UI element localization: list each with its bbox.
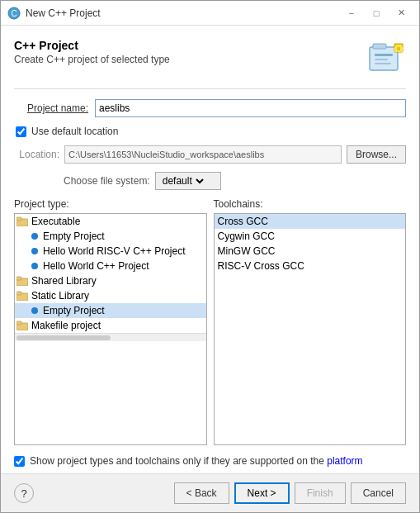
list-item[interactable]: Hello World C++ Project bbox=[15, 259, 206, 273]
scrollbar-row[interactable] bbox=[15, 333, 206, 341]
list-item-label: Hello World C++ Project bbox=[43, 260, 149, 272]
project-icon bbox=[366, 39, 406, 78]
list-item-label: Makefile project bbox=[31, 320, 101, 331]
location-row: Location: Browse... bbox=[14, 145, 406, 164]
folder-icon bbox=[17, 276, 28, 286]
type-toolchain-columns: Project type: Executable Empty Project H… bbox=[14, 198, 406, 445]
project-name-label: Project name: bbox=[14, 102, 88, 114]
header-text: C++ Project Create C++ project of select… bbox=[14, 39, 170, 65]
browse-button[interactable]: Browse... bbox=[347, 145, 406, 164]
svg-rect-5 bbox=[375, 59, 388, 60]
toolchains-column: Toolchains: Cross GCC Cygwin GCC MinGW G… bbox=[214, 198, 407, 445]
location-input[interactable] bbox=[64, 145, 342, 164]
main-content: C++ Project Create C++ project of select… bbox=[1, 26, 419, 473]
list-item-label: Empty Project bbox=[43, 230, 105, 242]
list-item-label: Static Library bbox=[31, 290, 89, 302]
project-type-column: Project type: Executable Empty Project H… bbox=[14, 198, 207, 445]
main-window: C New C++ Project − □ ✕ C++ Project Crea… bbox=[0, 0, 420, 513]
project-name-row: Project name: bbox=[14, 99, 406, 117]
show-supported-label: Show project types and toolchains only i… bbox=[30, 455, 363, 467]
list-item[interactable]: Cross GCC bbox=[215, 214, 406, 229]
list-item[interactable]: Executable bbox=[15, 214, 206, 229]
list-item-label: MinGW GCC bbox=[218, 245, 276, 257]
filesystem-row: Choose file system: default bbox=[64, 172, 406, 190]
list-item[interactable]: MinGW GCC bbox=[215, 244, 406, 259]
bullet-icon bbox=[31, 263, 38, 269]
svg-rect-6 bbox=[375, 63, 391, 64]
dialog-header: C++ Project Create C++ project of select… bbox=[14, 39, 406, 78]
svg-rect-12 bbox=[17, 217, 21, 221]
toolchains-header: Toolchains: bbox=[214, 198, 407, 210]
cancel-button[interactable]: Cancel bbox=[351, 482, 406, 504]
list-item[interactable]: RISC-V Cross GCC bbox=[215, 259, 406, 273]
dialog-subtitle: Create C++ project of selected type bbox=[14, 54, 170, 65]
project-name-input[interactable] bbox=[95, 99, 406, 117]
close-button[interactable]: ✕ bbox=[389, 4, 413, 22]
folder-icon bbox=[17, 216, 28, 226]
maximize-button[interactable]: □ bbox=[365, 4, 388, 22]
dialog-footer: ? < Back Next > Finish Cancel bbox=[1, 473, 419, 512]
header-icon bbox=[366, 39, 406, 78]
filesystem-select[interactable]: default bbox=[159, 174, 206, 188]
footer-left: ? bbox=[14, 483, 34, 503]
title-bar: C New C++ Project − □ ✕ bbox=[1, 1, 419, 26]
svg-text:C: C bbox=[11, 9, 17, 18]
use-default-location-row: Use default location bbox=[16, 126, 406, 137]
dialog-title: C++ Project bbox=[14, 39, 170, 52]
toolchains-list[interactable]: Cross GCC Cygwin GCC MinGW GCC RISC-V Cr… bbox=[214, 213, 407, 445]
list-item-label: Hello World RISC-V C++ Project bbox=[43, 245, 186, 257]
list-item[interactable]: Static Library bbox=[15, 288, 206, 303]
list-item[interactable]: Cygwin GCC bbox=[215, 229, 406, 244]
filesystem-label: Choose file system: bbox=[64, 175, 150, 187]
bottom-checkbox-row: Show project types and toolchains only i… bbox=[14, 455, 406, 467]
list-item-label: Cross GCC bbox=[218, 216, 268, 227]
title-bar-left: C New C++ Project bbox=[7, 7, 101, 20]
scrollbar-thumb bbox=[17, 335, 111, 340]
finish-button[interactable]: Finish bbox=[295, 482, 346, 504]
svg-rect-4 bbox=[375, 54, 393, 56]
list-item[interactable]: Empty Project bbox=[15, 303, 206, 318]
title-bar-controls: − □ ✕ bbox=[340, 4, 413, 22]
folder-icon bbox=[17, 291, 28, 301]
list-item[interactable]: Hello World RISC-V C++ Project bbox=[15, 244, 206, 259]
footer-buttons: < Back Next > Finish Cancel bbox=[174, 482, 406, 504]
svg-rect-16 bbox=[17, 292, 21, 295]
back-button[interactable]: < Back bbox=[174, 482, 229, 504]
list-item-label: Shared Library bbox=[31, 275, 97, 287]
window-title: New C++ Project bbox=[26, 7, 101, 19]
show-supported-checkbox[interactable] bbox=[14, 456, 25, 467]
svg-rect-18 bbox=[17, 321, 21, 325]
project-type-list[interactable]: Executable Empty Project Hello World RIS… bbox=[14, 213, 207, 445]
bullet-icon bbox=[31, 248, 38, 254]
project-type-header: Project type: bbox=[14, 198, 207, 210]
bullet-icon bbox=[31, 233, 38, 240]
list-item-label: Executable bbox=[31, 216, 80, 227]
list-item[interactable]: Empty Project bbox=[15, 229, 206, 244]
list-item-label: RISC-V Cross GCC bbox=[218, 260, 304, 272]
folder-icon bbox=[17, 321, 28, 330]
help-button[interactable]: ? bbox=[14, 483, 34, 503]
list-item-label: Empty Project bbox=[43, 305, 105, 316]
header-divider bbox=[14, 88, 406, 89]
platform-link[interactable]: platform bbox=[327, 455, 362, 467]
svg-rect-3 bbox=[373, 44, 386, 49]
use-default-location-checkbox[interactable] bbox=[16, 126, 26, 137]
svg-rect-14 bbox=[17, 277, 21, 280]
show-supported-text-start: Show project types and toolchains only i… bbox=[30, 455, 327, 467]
filesystem-dropdown[interactable]: default bbox=[155, 172, 221, 190]
next-button[interactable]: Next > bbox=[234, 482, 290, 504]
list-item-label: Cygwin GCC bbox=[218, 230, 275, 242]
use-default-location-label: Use default location bbox=[31, 126, 118, 137]
minimize-button[interactable]: − bbox=[340, 4, 363, 22]
list-item[interactable]: Shared Library bbox=[15, 273, 206, 288]
bullet-icon bbox=[31, 307, 38, 314]
list-item[interactable]: Makefile project bbox=[15, 318, 206, 333]
location-label: Location: bbox=[14, 149, 59, 160]
app-icon: C bbox=[7, 7, 21, 20]
